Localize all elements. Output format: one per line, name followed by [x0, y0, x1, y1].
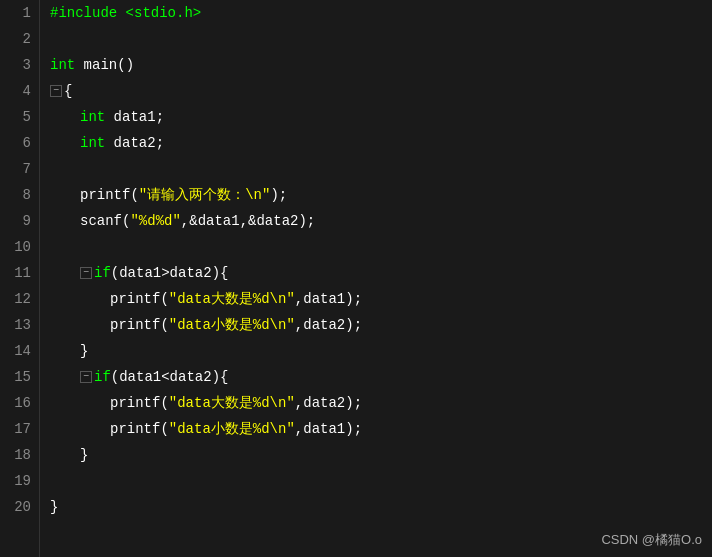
- func-printf-17: printf(: [110, 416, 169, 442]
- code-content: #include <stdio.h> int main() −{ int dat…: [40, 0, 712, 557]
- var-data1: data1;: [105, 104, 164, 130]
- func-printf-13: printf(: [110, 312, 169, 338]
- code-line-20: }: [50, 494, 712, 520]
- fold-button-4[interactable]: −: [50, 85, 62, 97]
- code-line-3: int main(): [50, 52, 712, 78]
- string-8: "请输入两个数：\n": [139, 182, 271, 208]
- printf-args-16: ,data2);: [295, 390, 362, 416]
- func-printf-8: printf(: [80, 182, 139, 208]
- code-line-7: [50, 156, 712, 182]
- watermark: CSDN @橘猫O.o: [601, 531, 702, 549]
- line-num-13: 13: [8, 312, 31, 338]
- code-editor: 1 2 3 4 5 6 7 8 9 10 11 12 13 14 15 16 1…: [0, 0, 712, 557]
- code-line-17: printf("data小数是%d\n",data1);: [50, 416, 712, 442]
- code-area: 1 2 3 4 5 6 7 8 9 10 11 12 13 14 15 16 1…: [0, 0, 712, 557]
- code-line-8: printf("请输入两个数：\n");: [50, 182, 712, 208]
- line-num-9: 9: [8, 208, 31, 234]
- line-num-17: 17: [8, 416, 31, 442]
- code-line-9: scanf("%d%d",&data1,&data2);: [50, 208, 712, 234]
- line-num-11: 11: [8, 260, 31, 286]
- line-num-19: 19: [8, 468, 31, 494]
- code-line-10: [50, 234, 712, 260]
- line-num-16: 16: [8, 390, 31, 416]
- line-num-2: 2: [8, 26, 31, 52]
- line-num-20: 20: [8, 494, 31, 520]
- line-num-6: 6: [8, 130, 31, 156]
- keyword-int-5: int: [80, 104, 105, 130]
- line-num-14: 14: [8, 338, 31, 364]
- printf-close-8: );: [270, 182, 287, 208]
- code-line-14: }: [50, 338, 712, 364]
- code-line-15: −if(data1<data2){: [50, 364, 712, 390]
- preprocessor-directive: #include <stdio.h>: [50, 0, 201, 26]
- line-numbers: 1 2 3 4 5 6 7 8 9 10 11 12 13 14 15 16 1…: [0, 0, 40, 557]
- line-num-12: 12: [8, 286, 31, 312]
- line-num-18: 18: [8, 442, 31, 468]
- string-16: "data大数是%d\n": [169, 390, 295, 416]
- code-line-13: printf("data小数是%d\n",data2);: [50, 312, 712, 338]
- keyword-if-15: if: [94, 364, 111, 390]
- func-printf-12: printf(: [110, 286, 169, 312]
- line-num-5: 5: [8, 104, 31, 130]
- close-brace-if2: }: [80, 442, 88, 468]
- code-line-4: −{: [50, 78, 712, 104]
- line-num-1: 1: [8, 0, 31, 26]
- line-num-3: 3: [8, 52, 31, 78]
- code-line-2: [50, 26, 712, 52]
- line-num-10: 10: [8, 234, 31, 260]
- close-brace-if1: }: [80, 338, 88, 364]
- line-num-4: 4: [8, 78, 31, 104]
- fold-button-15[interactable]: −: [80, 371, 92, 383]
- code-line-6: int data2;: [50, 130, 712, 156]
- code-line-1: #include <stdio.h>: [50, 0, 712, 26]
- code-line-18: }: [50, 442, 712, 468]
- printf-args-17: ,data1);: [295, 416, 362, 442]
- func-printf-16: printf(: [110, 390, 169, 416]
- keyword-int-6: int: [80, 130, 105, 156]
- string-12: "data大数是%d\n": [169, 286, 295, 312]
- string-13: "data小数是%d\n": [169, 312, 295, 338]
- line-num-8: 8: [8, 182, 31, 208]
- code-line-11: −if(data1>data2){: [50, 260, 712, 286]
- scanf-args: ,&data1,&data2);: [181, 208, 315, 234]
- line-num-15: 15: [8, 364, 31, 390]
- if-cond-15: (data1<data2){: [111, 364, 229, 390]
- code-line-19: [50, 468, 712, 494]
- close-brace-main: }: [50, 494, 58, 520]
- string-9: "%d%d": [130, 208, 180, 234]
- keyword-if-11: if: [94, 260, 111, 286]
- printf-args-13: ,data2);: [295, 312, 362, 338]
- keyword-int: int: [50, 52, 75, 78]
- string-17: "data小数是%d\n": [169, 416, 295, 442]
- open-brace-main: {: [64, 78, 72, 104]
- fold-button-11[interactable]: −: [80, 267, 92, 279]
- code-line-5: int data1;: [50, 104, 712, 130]
- var-data2: data2;: [105, 130, 164, 156]
- if-cond-11: (data1>data2){: [111, 260, 229, 286]
- printf-args-12: ,data1);: [295, 286, 362, 312]
- code-line-16: printf("data大数是%d\n",data2);: [50, 390, 712, 416]
- func-scanf: scanf(: [80, 208, 130, 234]
- func-main: main(): [75, 52, 134, 78]
- code-line-12: printf("data大数是%d\n",data1);: [50, 286, 712, 312]
- line-num-7: 7: [8, 156, 31, 182]
